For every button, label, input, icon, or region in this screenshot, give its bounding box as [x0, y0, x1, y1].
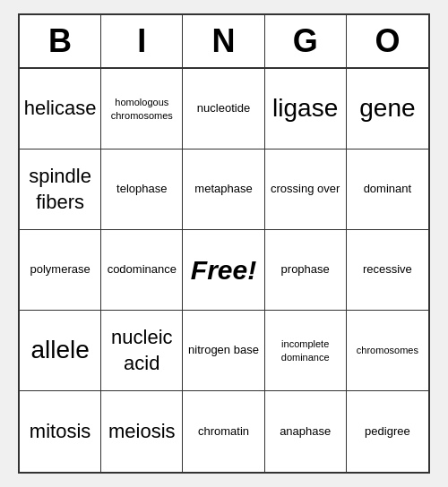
bingo-cell: polymerase [20, 230, 101, 311]
cell-text: allele [30, 334, 89, 366]
cell-text: codominance [108, 262, 177, 278]
cell-text: pedigree [365, 424, 410, 440]
cell-text: prophase [281, 262, 330, 278]
bingo-cell: allele [20, 311, 101, 391]
bingo-cell: chromatin [183, 391, 264, 472]
cell-text: anaphase [280, 424, 331, 440]
cell-text: crossing over [271, 182, 340, 197]
bingo-cell: dominant [347, 150, 428, 230]
bingo-cell: codominance [101, 230, 183, 311]
bingo-cell: nucleotide [183, 69, 264, 150]
cell-text: metaphase [194, 182, 252, 197]
cell-text: nucleic acid [105, 325, 178, 376]
bingo-cell: nitrogen base [183, 311, 264, 391]
bingo-cell: incomplete dominance [265, 311, 347, 391]
letter-i: I [101, 15, 183, 67]
cell-text: nitrogen base [188, 343, 259, 358]
bingo-cell: ligase [265, 69, 347, 150]
cell-text: Free! [191, 252, 256, 287]
cell-text: meiosis [108, 419, 176, 445]
bingo-card: B I N G O helicasehomologous chromosomes… [18, 13, 430, 474]
bingo-cell: pedigree [347, 391, 428, 472]
bingo-cell: prophase [265, 230, 347, 311]
bingo-cell: gene [347, 69, 428, 150]
bingo-cell: chromosomes [347, 311, 428, 391]
bingo-cell: telophase [101, 150, 183, 230]
bingo-cell: Free! [183, 230, 264, 311]
cell-text: chromosomes [357, 344, 418, 356]
cell-text: homologous chromosomes [105, 96, 178, 122]
bingo-cell: recessive [347, 230, 428, 311]
bingo-cell: spindle fibers [20, 150, 101, 230]
cell-text: nucleotide [197, 101, 250, 116]
letter-n: N [183, 15, 264, 67]
cell-text: mitosis [30, 419, 90, 445]
bingo-cell: metaphase [183, 150, 264, 230]
bingo-cell: anaphase [265, 391, 347, 472]
cell-text: ligase [272, 92, 338, 124]
cell-text: recessive [363, 262, 412, 278]
cell-text: helicase [24, 96, 97, 122]
bingo-cell: crossing over [265, 150, 347, 230]
bingo-cell: mitosis [20, 391, 101, 472]
letter-o: O [347, 15, 428, 67]
letter-b: B [20, 15, 101, 67]
cell-text: dominant [364, 182, 411, 197]
cell-text: telophase [116, 182, 167, 197]
bingo-cell: meiosis [101, 391, 183, 472]
bingo-cell: homologous chromosomes [101, 69, 183, 150]
cell-text: spindle fibers [23, 164, 97, 215]
bingo-grid: helicasehomologous chromosomesnucleotide… [20, 69, 428, 472]
bingo-header: B I N G O [20, 15, 428, 69]
cell-text: gene [359, 92, 415, 124]
cell-text: chromatin [198, 424, 249, 440]
bingo-cell: helicase [20, 69, 101, 150]
letter-g: G [265, 15, 347, 67]
bingo-cell: nucleic acid [101, 311, 183, 391]
cell-text: polymerase [30, 262, 90, 278]
cell-text: incomplete dominance [269, 337, 342, 363]
